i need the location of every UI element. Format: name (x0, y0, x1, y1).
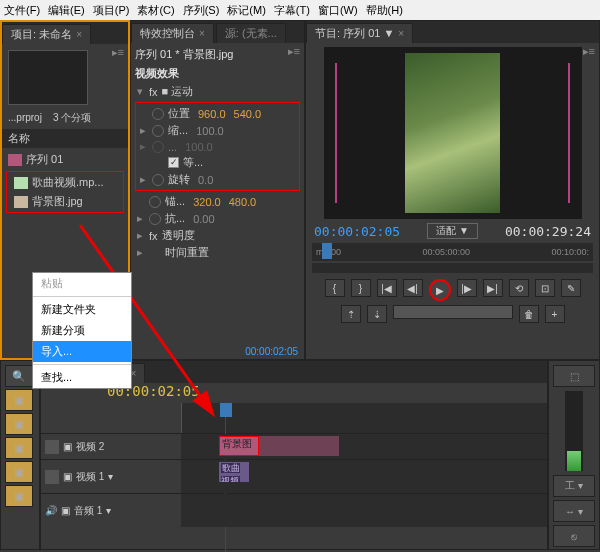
trash-button[interactable]: 🗑 (519, 305, 539, 323)
stopwatch-icon[interactable] (152, 125, 164, 137)
set-in-button[interactable]: { (325, 279, 345, 297)
stopwatch-icon[interactable] (152, 174, 164, 186)
play-button[interactable]: ▶ (429, 279, 451, 301)
stopwatch-icon[interactable] (152, 108, 164, 120)
time-remap-header[interactable]: ▸ 时间重置 (135, 244, 300, 261)
scale-width-row: ▸ ... 100.0 (138, 139, 297, 154)
motion-effect-header[interactable]: ▾ fx ■ 运动 (135, 83, 300, 100)
step-back-button[interactable]: ◀| (403, 279, 423, 297)
opacity-header[interactable]: ▸fx 透明度 (135, 227, 300, 244)
ctx-new-folder[interactable]: 新建文件夹 (33, 299, 131, 320)
goto-in-button[interactable]: |◀ (377, 279, 397, 297)
tool-group-a[interactable]: 工 ▾ (553, 475, 595, 497)
video-track-2: ▣ 视频 2 背景图 (41, 433, 547, 459)
position-y[interactable]: 540.0 (234, 108, 262, 120)
folder-icon[interactable]: ▣ (5, 485, 33, 507)
menu-title[interactable]: 字幕(T) (274, 3, 310, 18)
twirl-icon[interactable]: ▸ (138, 124, 148, 137)
clip-image[interactable]: 背景图 (219, 436, 259, 456)
position-x[interactable]: 960.0 (198, 108, 226, 120)
panel-menu-icon[interactable]: ▸≡ (112, 46, 124, 59)
selection-tool[interactable]: ⬚ (553, 365, 595, 387)
current-timecode[interactable]: 00:00:02:05 (314, 224, 400, 239)
ctx-new-bin[interactable]: 新建分项 (33, 320, 131, 341)
panel-menu-icon[interactable]: ▸≡ (583, 45, 595, 58)
goto-out-button[interactable]: ▶| (483, 279, 503, 297)
uniform-scale-row[interactable]: ✓ 等... (138, 154, 297, 171)
folder-icon[interactable]: ▣ (5, 413, 33, 435)
uniform-scale-checkbox[interactable]: ✓ (168, 157, 179, 168)
track-label[interactable]: 音频 1 (74, 504, 102, 518)
step-fwd-button[interactable]: |▶ (457, 279, 477, 297)
panel-menu-icon[interactable]: ▸≡ (288, 45, 300, 58)
video-effects-section[interactable]: 视频效果 (135, 66, 300, 81)
ctx-find[interactable]: 查找... (33, 367, 131, 388)
scale-value[interactable]: 100.0 (196, 125, 224, 137)
menu-file[interactable]: 文件(F) (4, 3, 40, 18)
menu-marker[interactable]: 标记(M) (227, 3, 266, 18)
folder-icon[interactable]: ▣ (5, 461, 33, 483)
extract-button[interactable]: ⇣ (367, 305, 387, 323)
close-icon[interactable]: × (199, 28, 205, 39)
project-panel: 项目: 未命名× ▸≡ ...prproj 3 个分项 名称 序列 01 歌曲视… (0, 20, 130, 360)
rotation-value[interactable]: 0.0 (198, 174, 213, 186)
stopwatch-icon[interactable] (149, 213, 161, 225)
anchor-y[interactable]: 480.0 (229, 196, 257, 208)
ctx-import[interactable]: 导入... (33, 341, 131, 362)
anchor-row[interactable]: 锚... 320.0 480.0 (135, 193, 300, 210)
tool-group-c[interactable]: ⎋ (553, 525, 595, 547)
program-time-ruler[interactable]: m0:00 00:05:00:00 00:10:00: (312, 243, 593, 261)
lift-button[interactable]: ⇡ (341, 305, 361, 323)
menu-edit[interactable]: 编辑(E) (48, 3, 85, 18)
program-monitor-view[interactable] (324, 47, 582, 219)
effect-controls-tab[interactable]: 特效控制台× (131, 23, 214, 43)
antiflicker-row[interactable]: ▸ 抗... 0.00 (135, 210, 300, 227)
name-column-header[interactable]: 名称 (2, 129, 128, 148)
bin-item-audio[interactable]: 歌曲视频.mp... (8, 173, 122, 192)
folder-icon[interactable]: ▣ (5, 389, 33, 411)
position-row[interactable]: 位置 960.0 540.0 (138, 105, 297, 122)
bin-item-sequence[interactable]: 序列 01 (2, 150, 128, 169)
jog-wheel[interactable] (393, 305, 513, 319)
anchor-x[interactable]: 320.0 (193, 196, 221, 208)
menu-help[interactable]: 帮助(H) (366, 3, 403, 18)
tool-group-b[interactable]: ↔ ▾ (553, 500, 595, 522)
program-scrub-bar[interactable] (312, 263, 593, 273)
track-options-icon[interactable]: ▾ (106, 505, 111, 516)
track-options-icon[interactable]: ▾ (108, 471, 113, 482)
antiflicker-value[interactable]: 0.00 (193, 213, 214, 225)
program-tab[interactable]: 节目: 序列 01 ▼× (306, 23, 413, 43)
stopwatch-icon[interactable] (149, 196, 161, 208)
dropdown-icon[interactable]: ▼ (383, 27, 394, 39)
set-out-button[interactable]: } (351, 279, 371, 297)
scale-row[interactable]: ▸ 缩... 100.0 (138, 122, 297, 139)
mute-icon[interactable]: 🔊 (45, 505, 57, 516)
project-tab[interactable]: 项目: 未命名× (2, 24, 91, 44)
folder-icon[interactable]: ▣ (5, 437, 33, 459)
playhead-icon[interactable] (322, 243, 332, 259)
zoom-fit-dropdown[interactable]: 适配 ▼ (427, 223, 478, 239)
close-icon[interactable]: × (76, 29, 82, 40)
menu-sequence[interactable]: 序列(S) (183, 3, 220, 18)
menu-clip[interactable]: 素材(C) (137, 3, 174, 18)
menu-window[interactable]: 窗口(W) (318, 3, 358, 18)
toggle-track-output[interactable] (45, 440, 59, 454)
track-label[interactable]: 视频 2 (76, 440, 104, 454)
safe-margin-button[interactable]: ⊡ (535, 279, 555, 297)
twirl-icon[interactable]: ▾ (135, 85, 145, 98)
loop-button[interactable]: ⟲ (509, 279, 529, 297)
toggle-track-output[interactable] (45, 470, 59, 484)
track-label[interactable]: 视频 1 (76, 470, 104, 484)
playhead-icon[interactable] (220, 403, 232, 417)
timeline-ruler[interactable] (181, 403, 547, 433)
add-button[interactable]: + (545, 305, 565, 323)
source-tab[interactable]: 源: (无素... (216, 23, 286, 43)
clip-video[interactable]: 歌曲视频 (219, 462, 249, 482)
export-frame-button[interactable]: ✎ (561, 279, 581, 297)
effect-timecode: 00:00:02:05 (245, 346, 298, 357)
close-icon[interactable]: × (398, 28, 404, 39)
search-icon[interactable]: 🔍 (5, 365, 33, 387)
bin-item-image[interactable]: 背景图.jpg (8, 192, 122, 211)
menu-project[interactable]: 项目(P) (93, 3, 130, 18)
rotation-row[interactable]: ▸ 旋转 0.0 (138, 171, 297, 188)
